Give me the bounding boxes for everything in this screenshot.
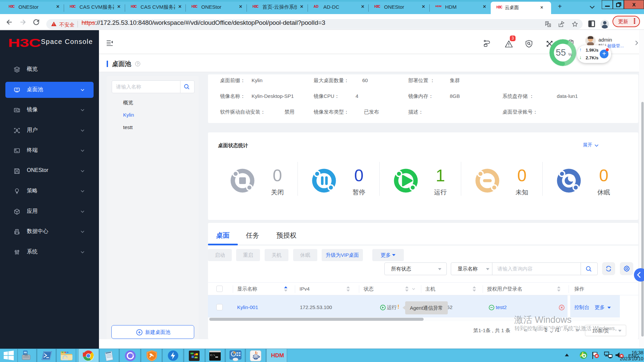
svg-text:%: % xyxy=(568,52,572,57)
svg-text:C:\: C:\ xyxy=(210,354,215,357)
svg-text:55: 55 xyxy=(556,48,566,58)
